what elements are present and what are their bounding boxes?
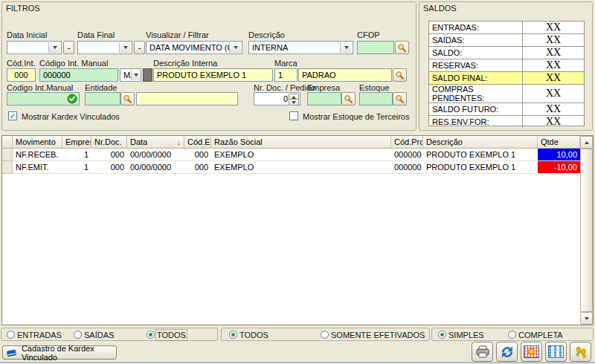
kardex-window: FILTROS Data Inicial - Data Final - Visu… [0,0,595,364]
grid-cell-qtde[interactable]: -10,00 [538,161,580,174]
grid-header-cell-raz-o-social[interactable]: Razão Social [211,136,391,149]
marca-descricao-field[interactable]: PADRAO [298,68,392,82]
clear-data-final-button[interactable]: - [134,41,145,54]
cadastro-kardex-vinculado-button[interactable]: Cadastro de Kardex Vinculado [2,345,117,360]
descricao-interna-field[interactable]: PRODUTO EXEMPLO 1 [153,68,273,82]
cfop-search-button[interactable] [395,41,409,54]
grid-cell[interactable]: NF.EMIT. [13,161,62,174]
chevron-down-icon[interactable] [119,42,131,53]
empresa-field[interactable] [307,92,341,105]
scrollbar-thumb[interactable] [580,149,593,312]
data-final-combo[interactable] [77,41,132,54]
codigo-int-manual-field[interactable]: 000000 [39,68,118,82]
chevron-down-icon[interactable] [229,42,241,53]
grid-cell[interactable]: 000000 [391,149,423,161]
mostrar-estoque-terceiros-checkbox[interactable] [289,111,298,120]
chevron-down-icon[interactable] [131,70,140,80]
mostrar-kardex-checkbox[interactable]: ✓ [8,111,17,120]
entidade-nome-field[interactable] [136,92,238,105]
grid-cell[interactable]: 00/00/0000 [127,161,184,174]
saldo-row-saldo-final: SALDO FINAL:XX [429,72,584,85]
estoque-search-button[interactable] [393,92,407,105]
nr-doc-pedido-field[interactable]: 0 [254,92,300,105]
grid-cell[interactable]: 00/00/0000 [127,149,184,161]
window-bottom-edge [0,362,595,363]
grid-cell[interactable]: 000 [184,161,211,174]
saldo-value: XX [523,22,584,33]
grid-cell[interactable]: 000 [91,161,127,174]
report-grid-button[interactable] [521,342,542,362]
grid-header-cell-nr-doc-[interactable]: Nr.Doc. [91,136,127,149]
grid-cell[interactable]: 000 [91,149,127,161]
cfop-field[interactable] [357,41,394,54]
grid-cell[interactable]: PRODUTO EXEMPLO 1 [423,149,538,161]
radio-todos-efetivacao[interactable] [229,331,237,339]
saldo-label: ENTRADAS: [429,22,523,33]
radio-simples[interactable] [438,331,446,339]
grid-header-cell-descri-o[interactable]: Descrição [423,136,538,149]
radio-saidas[interactable] [74,331,82,339]
grid-header-cell-qtde[interactable]: Qtde [538,136,580,149]
grid-cell[interactable]: EXEMPLO [211,149,391,161]
grid-cell[interactable]: NF.RECEB. [13,149,62,161]
grid-cell[interactable]: 000000 [391,161,423,174]
radio-somente-efetivados[interactable] [321,331,329,339]
entidade-search-button[interactable] [120,92,135,105]
grid-cell[interactable]: 000 [184,149,211,161]
clear-data-inicial-button[interactable]: - [63,41,74,54]
radio-completa[interactable] [508,331,516,339]
grid-header-cell-movimento[interactable]: Movimento [13,136,62,149]
empresa-search-button[interactable] [341,92,356,105]
exit-button[interactable] [570,342,591,362]
visualizar-filtrar-label: Visualizar / Filtrar [146,30,209,39]
chevron-down-icon[interactable] [48,42,60,53]
grid-cell[interactable]: PRODUTO EXEMPLO 1 [423,161,538,174]
radio-entradas-label[interactable]: ENTRADAS [17,331,62,339]
grid-cell-qtde[interactable]: 10,00 [538,149,580,161]
filtros-title: FILTROS [6,4,40,13]
entidade-field[interactable] [85,92,120,105]
radio-todos[interactable] [147,331,155,339]
spinner-down-icon[interactable] [289,99,299,105]
radio-completa-label[interactable]: COMPLETA [518,331,563,339]
grid-header-cell-c-d-ent-[interactable]: Cód.Ent. [184,136,211,149]
grid-cell[interactable]: 1 [62,149,91,161]
scroll-up-icon[interactable] [580,136,593,149]
refresh-icon [500,345,515,360]
radio-saidas-label[interactable]: SAÍDAS [84,331,114,339]
vertical-scrollbar[interactable] [580,136,593,325]
print-button[interactable] [472,342,493,362]
cod-int-field[interactable]: 000 [7,68,36,82]
tipo-combo[interactable]: MA [120,68,141,82]
grid-header-cell-empresa[interactable]: Empresa [62,136,91,149]
estoque-field[interactable] [359,92,393,105]
data-inicial-combo[interactable] [7,41,62,54]
columns-grid-button[interactable] [545,342,567,362]
cod-int-label: Cód.Int. [7,59,36,68]
descricao-combo[interactable]: INTERNA [248,41,353,54]
grid-cell[interactable]: EXEMPLO [211,161,391,174]
scroll-down-icon[interactable] [580,312,593,325]
book-icon [6,347,17,359]
visualizar-filtrar-combo[interactable]: DATA MOVIMENTO (O... [146,41,242,54]
grid-header-cell-data[interactable]: Data↓ [127,136,184,149]
refresh-button[interactable] [496,342,518,362]
saldo-label: SALDO: [429,47,523,59]
grid-header-cell-c-d-produto[interactable]: Cód.Produto [391,136,423,149]
radio-todos-label[interactable]: TODOS [157,331,186,339]
grid-header-label: Razão Social [214,137,263,146]
check-circle-icon[interactable] [67,94,77,104]
chevron-down-icon[interactable] [340,42,352,53]
grid-cell[interactable]: 1 [62,161,91,174]
codigo-int-manual2-field[interactable] [7,92,80,105]
grid-header-label: Empresa [65,137,91,146]
radio-entradas[interactable] [7,331,15,339]
grid-row-selector[interactable] [2,161,13,174]
radio-somente-efetivados-label[interactable]: SOMENTE EFETIVADOS [331,331,425,339]
marca-search-button[interactable] [393,68,407,82]
radio-simples-label[interactable]: SIMPLES [448,331,484,339]
marca-field[interactable]: 1 [274,68,298,82]
radio-todos-efetivacao-label[interactable]: TODOS [239,331,268,339]
grid-row-selector[interactable] [2,149,13,161]
saldo-value: XX [523,47,584,59]
